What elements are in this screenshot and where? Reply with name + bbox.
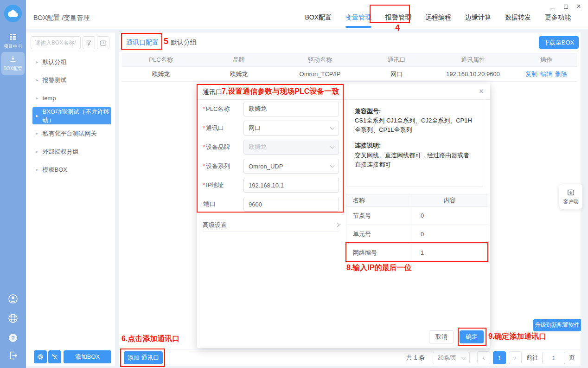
copy-link[interactable]: 复制 bbox=[525, 70, 537, 78]
page-size-select[interactable]: 20条/页 bbox=[433, 352, 470, 364]
add-box-button[interactable]: 添加BOX bbox=[64, 350, 111, 363]
table-row: 欧姆龙 欧姆龙 Omron_TCP/IP 网口 192.168.10.20:96… bbox=[122, 67, 577, 82]
dialog-info-column: 兼容型号: CS1全系列 CJ1全系列、CJ2全系列、CP1H全系列、CP1L全… bbox=[346, 99, 490, 262]
caret-icon: ▸ bbox=[36, 77, 38, 83]
port-input[interactable] bbox=[243, 197, 339, 212]
caret-icon: ▸ bbox=[36, 59, 38, 65]
params-col-value: 内容 bbox=[411, 194, 488, 206]
device-series-select[interactable]: Omron_UDP bbox=[243, 159, 339, 174]
settings-button[interactable] bbox=[34, 350, 47, 363]
tree-item-label: 默认分组 bbox=[43, 58, 67, 66]
rail-item-box-config[interactable]: BOX配置 bbox=[1, 52, 25, 75]
logout-icon[interactable] bbox=[7, 350, 19, 361]
plc-name-input[interactable] bbox=[243, 102, 339, 116]
filter-button[interactable] bbox=[83, 36, 95, 49]
tree-item-bxo-test-selected[interactable]: ▸BXO功能测试（不允许移动） bbox=[32, 107, 111, 124]
nav-alarm-management[interactable]: 报警管理 bbox=[378, 6, 418, 29]
chevron-down-icon bbox=[330, 144, 335, 148]
form-row-plc-name: *PLC名称 bbox=[203, 102, 344, 116]
user-icon[interactable] bbox=[7, 293, 19, 304]
help-icon[interactable]: ? bbox=[7, 332, 19, 343]
tree-item-external-auth[interactable]: ▸外部授权分组 bbox=[26, 142, 115, 161]
app-window: 项目中心 BOX配置 ? BOX配置 /变量管理 × BOX配置 变量管理 bbox=[0, 0, 588, 368]
wifi-off-icon bbox=[51, 353, 58, 361]
top-bar: BOX配置 /变量管理 × BOX配置 变量管理 报警管理 远程编程 边缘计算 … bbox=[26, 0, 588, 29]
network-number-value[interactable]: 1 bbox=[411, 244, 488, 262]
nav-variable-management[interactable]: 变量管理 bbox=[339, 6, 378, 29]
search-input[interactable] bbox=[31, 36, 81, 49]
dialog-footer: 取消 确定 bbox=[429, 330, 484, 343]
params-col-name: 名称 bbox=[346, 194, 411, 206]
current-page-button[interactable]: 1 bbox=[493, 351, 506, 364]
params-table: 名称 内容 节点号 0 单元号 0 网络编号 1 bbox=[346, 194, 488, 262]
globe-icon[interactable] bbox=[7, 313, 19, 324]
ip-address-input[interactable] bbox=[243, 178, 339, 193]
tab-comm-port-config[interactable]: 通讯口配置 bbox=[126, 39, 159, 47]
client-download-fab[interactable]: 客户端 bbox=[559, 184, 582, 209]
next-page-button[interactable]: › bbox=[509, 351, 522, 364]
svg-text:?: ? bbox=[11, 335, 15, 342]
tree-item-private-platform[interactable]: ▸私有化平台测试网关 bbox=[26, 124, 115, 142]
nav-edge-computing[interactable]: 边缘计算 bbox=[458, 6, 498, 29]
tree-item-label: 报警测试 bbox=[43, 76, 67, 84]
add-group-button[interactable] bbox=[97, 36, 109, 49]
tree-item-alarm-test[interactable]: ▸报警测试 bbox=[26, 71, 115, 89]
field-label: 端口 bbox=[203, 200, 243, 208]
cell-comm-props: 192.168.10.20:9600 bbox=[431, 67, 515, 81]
dialog-form: *PLC名称 *通讯口 网口 *设备品牌 欧姆龙 *设备系列 Omron_UDP… bbox=[197, 102, 344, 232]
nav-data-forwarding[interactable]: 数据转发 bbox=[498, 6, 538, 29]
confirm-button[interactable]: 确定 bbox=[460, 330, 484, 343]
delete-link[interactable]: 删除 bbox=[555, 70, 567, 78]
caret-icon: ▸ bbox=[36, 148, 38, 155]
required-asterisk: * bbox=[203, 105, 205, 112]
col-actions: 操作 bbox=[515, 53, 577, 66]
pagination: 共 1 条 20条/页 ‹ 1 › 前往 页 bbox=[406, 351, 575, 364]
tree-item-temp[interactable]: ▸temp bbox=[26, 89, 115, 107]
chevron-down-icon bbox=[330, 163, 335, 168]
goto-page-input[interactable] bbox=[542, 352, 565, 364]
field-label: *通讯口 bbox=[203, 124, 243, 132]
dialog-header: 通讯口 × bbox=[197, 84, 490, 100]
funnel-icon bbox=[85, 39, 92, 46]
params-row-unit: 单元号 0 bbox=[346, 225, 488, 243]
cancel-button[interactable]: 取消 bbox=[429, 330, 454, 343]
nav-remote-programming[interactable]: 远程编程 bbox=[418, 6, 458, 29]
node-number-value[interactable]: 0 bbox=[411, 207, 488, 225]
box-group-tree: ▸默认分组 ▸报警测试 ▸temp ▸BXO功能测试（不允许移动） ▸私有化平台… bbox=[26, 53, 115, 179]
field-label: *PLC名称 bbox=[203, 105, 243, 113]
nav-box-config[interactable]: BOX配置 bbox=[298, 6, 339, 29]
form-row-port: 端口 bbox=[203, 197, 344, 212]
advanced-settings-toggle[interactable]: 高级设置 bbox=[203, 218, 339, 232]
compat-models-body: CS1全系列 CJ1全系列、CJ2全系列、CP1H全系列、CP1L全系列 bbox=[355, 116, 474, 135]
param-name: 网络编号 bbox=[346, 244, 411, 262]
edit-link[interactable]: 编辑 bbox=[540, 70, 552, 78]
form-row-comm-port: *通讯口 网口 bbox=[203, 121, 344, 136]
nav-more-functions[interactable]: 更多功能 bbox=[538, 6, 578, 29]
cell-plc-name: 欧姆龙 bbox=[122, 67, 200, 81]
upgrade-software-button[interactable]: 升级到新配置软件 bbox=[533, 319, 581, 331]
device-brand-select-disabled[interactable]: 欧姆龙 bbox=[243, 140, 339, 155]
tab-bar: 通讯口配置 默认分组 下载至BOX bbox=[119, 32, 581, 53]
comm-port-select[interactable]: 网口 bbox=[243, 121, 339, 136]
compat-models-title: 兼容型号: bbox=[355, 107, 474, 116]
download-to-box-button[interactable]: 下载至BOX bbox=[539, 36, 579, 49]
connect-note-title: 连接说明: bbox=[355, 141, 474, 150]
unit-number-value[interactable]: 0 bbox=[411, 225, 488, 243]
field-label: *IP地址 bbox=[203, 181, 243, 189]
chevron-right-icon bbox=[335, 223, 340, 227]
tree-item-label: temp bbox=[43, 95, 56, 102]
caret-icon: ▸ bbox=[36, 130, 38, 136]
tree-item-template-box[interactable]: ▸模板BOX bbox=[26, 161, 115, 179]
required-asterisk: * bbox=[203, 143, 205, 150]
select-value: 网口 bbox=[249, 124, 261, 132]
client-label: 客户端 bbox=[563, 198, 579, 205]
caret-icon: ▸ bbox=[36, 167, 38, 173]
offline-mode-button[interactable] bbox=[48, 350, 61, 363]
prev-page-button[interactable]: ‹ bbox=[477, 351, 490, 364]
form-row-device-brand: *设备品牌 欧姆龙 bbox=[203, 140, 344, 155]
param-name: 节点号 bbox=[346, 207, 411, 225]
add-comm-port-button[interactable]: 添加 通讯口 bbox=[124, 351, 163, 364]
dialog-close-button[interactable]: × bbox=[479, 87, 484, 95]
rail-item-project-center[interactable]: 项目中心 bbox=[1, 30, 25, 52]
tree-item-default-group[interactable]: ▸默认分组 bbox=[26, 53, 115, 71]
